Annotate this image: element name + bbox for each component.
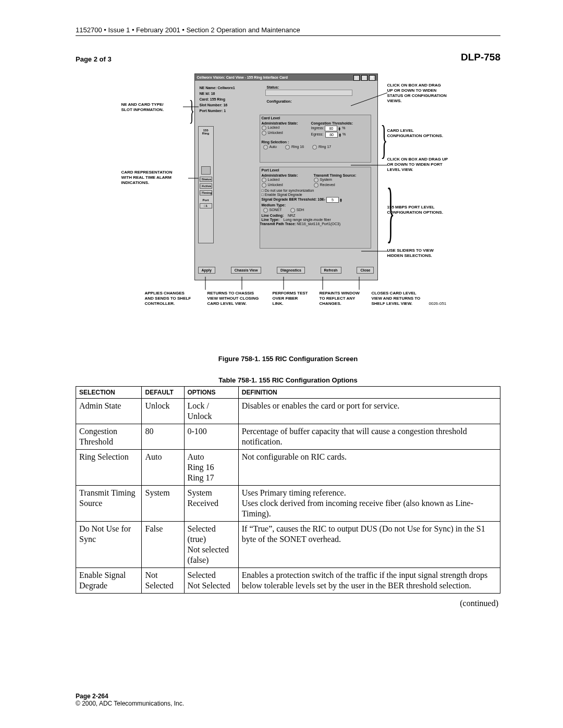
pl-lc-label: Line Coding: — [262, 214, 284, 217]
header-rule — [76, 35, 500, 36]
table-cell: Lock / Unlock — [184, 399, 238, 424]
status-box — [265, 90, 352, 96]
table-row: Do Not Use for SyncFalseSelected (true) … — [76, 522, 500, 568]
table-cell: Enables a protection switch of the traff… — [238, 568, 500, 594]
table-cell: Selected (true) Not selected (false) — [184, 522, 238, 568]
fcall-refresh: REPAINTS WINDOW TO REFLECT ANY CHANGES. — [320, 291, 369, 306]
pl-dns-checkbox[interactable]: □ Do not use for synchronization — [262, 189, 369, 192]
apply-button[interactable]: Apply — [198, 267, 215, 274]
port-level-panel: Port Level Administrative State: Locked … — [260, 167, 371, 249]
table-cell: Ring Selection — [76, 450, 142, 486]
maximize-icon[interactable]: □ — [361, 75, 368, 81]
refresh-button[interactable]: Refresh — [321, 267, 341, 274]
th-options: OPTIONS — [184, 387, 238, 399]
pl-tts-system[interactable]: System — [314, 178, 369, 182]
chassis-view-button[interactable]: Chassis View — [231, 267, 262, 274]
callout-port-level: 155 MBPS PORT LEVEL CONFIGURATION OPTION… — [387, 205, 455, 215]
cardrep-status: □Status — [200, 177, 212, 182]
table-cell: Selected Not Selected — [184, 568, 238, 594]
window-controls: – □ X — [353, 74, 375, 81]
ric-config-window: Cellworx Vision: Card View - 155 Ring In… — [194, 73, 378, 280]
table-cell: Congestion Threshold — [76, 424, 142, 450]
pl-radio-locked[interactable]: Locked — [262, 178, 311, 182]
cardrep-timing: □Timing — [200, 190, 212, 195]
minimize-icon[interactable]: – — [353, 75, 360, 81]
pl-tts-received[interactable]: Recieved — [314, 183, 369, 188]
pl-radio-unlocked[interactable]: Unlocked — [262, 183, 311, 188]
diagnostics-button[interactable]: Diagnostics — [277, 267, 305, 274]
ne-card-label: Card: — [200, 97, 209, 101]
ne-id: 16 — [211, 92, 215, 95]
dlp-number: DLP-758 — [461, 52, 500, 63]
table-cell: Disables or enables the card or port for… — [238, 399, 500, 424]
options-table: SELECTION DEFAULT OPTIONS DEFINITION Adm… — [76, 386, 500, 594]
ne-id-label: NE Id: — [200, 92, 210, 95]
pl-medium-sonet[interactable]: SONET — [263, 208, 282, 213]
pl-sdber-stepper[interactable]: 5 — [326, 197, 339, 203]
figure-caption: Figure 758-1. 155 RIC Configuration Scre… — [76, 355, 500, 363]
card-level-panel: Card Level Administrative State: Locked … — [260, 115, 371, 163]
table-row: Congestion Threshold800-100Percentage of… — [76, 424, 500, 450]
table-head-row: SELECTION DEFAULT OPTIONS DEFINITION — [76, 387, 500, 399]
page-of: Page 2 of 3 — [76, 55, 112, 63]
close-icon[interactable]: X — [369, 75, 375, 81]
figure-container: Cellworx Vision: Card View - 155 Ring In… — [121, 73, 455, 339]
table-cell: Unlock — [142, 399, 184, 424]
table-row: Enable Signal DegradeNot SelectedSelecte… — [76, 568, 500, 594]
table-cell: 0-100 — [184, 424, 238, 450]
table-row: Admin StateUnlockLock / UnlockDisables o… — [76, 399, 500, 424]
cl-ingress-stepper[interactable]: 80 — [325, 126, 337, 131]
fcall-diag: PERFORMS TEST OVER FIBER LINK. — [273, 291, 317, 306]
fcall-apply: APPLIES CHANGES AND SENDS TO SHELF CONTR… — [145, 291, 202, 306]
pl-lc-val: NRZ — [288, 214, 295, 217]
callout-ne-info: NE AND CARD TYPE/ SLOT INFORMATION. — [121, 102, 184, 113]
callout-card-level: CARD LEVEL CONFIGURATION OPTIONS. — [387, 128, 455, 139]
cardrep-port1: □1 — [200, 203, 212, 208]
close-button[interactable]: Close — [357, 267, 374, 274]
pl-esd-checkbox[interactable]: □ Enable Signal Degrade — [262, 193, 369, 196]
cl-ring-16[interactable]: Ring 16 — [285, 145, 304, 150]
title-row: Page 2 of 3 DLP-758 — [76, 52, 500, 63]
pl-tpt-val: NE16_slot116_Port1(OC3) — [297, 222, 340, 226]
cl-adm-label: Administrative State: — [262, 121, 298, 125]
card-representation: 155 Ring □Status □Active □Timing Port □1 — [198, 126, 214, 243]
table-row: Ring SelectionAutoAuto Ring 16 Ring 17No… — [76, 450, 500, 486]
pl-lt-val: Long range single-mode fiber — [284, 218, 331, 221]
pl-medium-label: Medium Type: — [262, 203, 286, 207]
ne-port: 1 — [224, 109, 226, 113]
callout-drag-port: CLICK ON BOX AND DRAG UP OR DOWN TO WIDE… — [387, 157, 460, 172]
ne-info-block: NE Name: Cellworx1 NE Id: 16 Card: 155 R… — [198, 84, 261, 115]
table-cell: Percentage of buffer capacity that will … — [238, 424, 500, 450]
cardrep-port-label: Port — [199, 199, 213, 202]
pl-medium-sdh[interactable]: SDH — [290, 208, 304, 213]
table-cell: Do Not Use for Sync — [76, 522, 142, 568]
cl-radio-unlocked[interactable]: Unlocked — [262, 131, 308, 135]
th-selection: SELECTION — [76, 387, 142, 399]
table-cell: 80 — [142, 424, 184, 450]
pl-adm-label: Administrative State: — [262, 174, 298, 177]
callout-sliders: USE SLIDERS TO VIEW HIDDEN SELECTIONS. — [387, 248, 455, 258]
cl-radio-locked[interactable]: Locked — [262, 126, 308, 130]
table-caption: Table 758-1. 155 RIC Configuration Optio… — [76, 376, 500, 384]
ne-slot: 16 — [223, 103, 227, 107]
cl-egress-stepper[interactable]: 80 — [325, 132, 338, 138]
pl-sdber-label: Signal Degrade BER Threshold: 10E- — [262, 198, 326, 201]
status-label: Status: — [267, 85, 279, 89]
footer-copy: © 2000, ADC Telecommunications, Inc. — [76, 700, 184, 707]
table-cell: Admin State — [76, 399, 142, 424]
window-titlebar: Cellworx Vision: Card View - 155 Ring In… — [195, 74, 377, 81]
table-cell: System Received — [184, 486, 238, 522]
ne-name-label: NE Name: — [200, 86, 217, 90]
button-bar: Apply Chassis View Diagnostics Refresh C… — [198, 267, 374, 274]
cl-cong-label: Congestion Thresholds: — [311, 121, 353, 125]
table-cell: Enable Signal Degrade — [76, 568, 142, 594]
table-cell: System — [142, 486, 184, 522]
th-definition: DEFINITION — [238, 387, 500, 399]
cl-ring-17[interactable]: Ring 17 — [312, 145, 331, 150]
pl-lt-label: Line Type: — [262, 218, 279, 221]
window-body: NE Name: Cellworx1 NE Id: 16 Card: 155 R… — [195, 81, 377, 116]
cl-ring-auto[interactable]: Auto — [263, 145, 277, 150]
ne-card: 155 Ring — [210, 97, 225, 101]
table-cell: Uses Primary timing reference. Uses cloc… — [238, 486, 500, 522]
continued-label: (continued) — [76, 599, 498, 608]
